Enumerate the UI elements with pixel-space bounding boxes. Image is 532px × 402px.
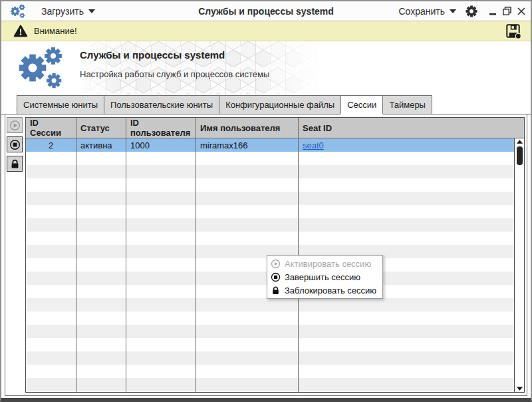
seat-id-link[interactable]: seat0 bbox=[303, 140, 324, 150]
scroll-up-arrow[interactable] bbox=[515, 138, 525, 145]
empty-cell bbox=[26, 152, 76, 165]
empty-cell bbox=[26, 165, 76, 178]
empty-cell bbox=[126, 245, 196, 258]
settings-gear-icon[interactable] bbox=[466, 5, 477, 17]
empty-cell bbox=[76, 311, 126, 325]
empty-cell bbox=[76, 272, 126, 285]
stop-circle-icon bbox=[9, 139, 21, 150]
empty-cell bbox=[76, 325, 126, 338]
empty-cell bbox=[126, 391, 196, 392]
column-header-user-name[interactable]: Имя пользователя bbox=[196, 118, 299, 138]
page-title: Службы и процессы systemd bbox=[80, 49, 269, 61]
empty-table-row bbox=[26, 232, 514, 245]
empty-cell bbox=[76, 338, 126, 351]
warning-bar: Внимание! bbox=[1, 21, 531, 41]
minimize-button[interactable] bbox=[489, 7, 497, 15]
empty-cell bbox=[196, 378, 299, 391]
empty-cell bbox=[26, 205, 76, 218]
empty-table-row bbox=[26, 298, 514, 311]
warning-triangle-icon bbox=[13, 24, 28, 38]
empty-table-row bbox=[26, 205, 514, 218]
empty-cell bbox=[26, 311, 76, 325]
sessions-tab-panel: ID Сессии Статус ID пользователя Имя пол… bbox=[5, 114, 527, 396]
empty-cell bbox=[196, 351, 299, 365]
empty-cell bbox=[299, 152, 514, 165]
save-dropdown-button[interactable]: Сохранить bbox=[398, 6, 456, 17]
tab-user-units[interactable]: Пользовательские юниты bbox=[104, 95, 219, 114]
save-dropdown-label: Сохранить bbox=[398, 6, 445, 17]
lock-session-button[interactable] bbox=[7, 156, 23, 172]
menu-item-label: Завершить сессию bbox=[285, 272, 360, 282]
table-row-selected[interactable]: 2 активна 1000 miramax166 seat0 bbox=[26, 138, 514, 152]
empty-cell bbox=[126, 218, 196, 232]
load-dropdown-button[interactable]: Загрузить bbox=[41, 6, 95, 17]
empty-table-row bbox=[26, 338, 514, 351]
empty-cell bbox=[76, 232, 126, 245]
cell-user-name: miramax166 bbox=[196, 138, 299, 152]
empty-cell bbox=[299, 192, 514, 205]
empty-table-row bbox=[26, 152, 514, 165]
empty-cell bbox=[196, 165, 299, 178]
play-circle-icon bbox=[271, 259, 281, 269]
session-actions-toolbar bbox=[7, 117, 25, 172]
column-header-seat-id[interactable]: Seat ID bbox=[299, 118, 524, 138]
menu-item-label: Заблокировать сессию bbox=[285, 286, 376, 296]
vertical-scrollbar[interactable] bbox=[514, 138, 524, 392]
empty-cell bbox=[126, 205, 196, 218]
empty-cell bbox=[196, 325, 299, 338]
close-button[interactable] bbox=[517, 7, 525, 15]
column-header-session-id[interactable]: ID Сессии bbox=[26, 118, 76, 138]
empty-table-row bbox=[26, 325, 514, 338]
column-header-status[interactable]: Статус bbox=[76, 118, 126, 138]
scroll-down-arrow[interactable] bbox=[515, 385, 525, 392]
empty-cell bbox=[299, 325, 514, 338]
empty-cell bbox=[196, 311, 299, 325]
maximize-button[interactable] bbox=[503, 7, 511, 15]
empty-cell bbox=[126, 338, 196, 351]
tab-system-units[interactable]: Системные юниты bbox=[17, 95, 104, 114]
empty-cell bbox=[196, 218, 299, 232]
scrollbar-thumb[interactable] bbox=[517, 146, 523, 165]
menu-item-activate-session: Активировать сессию bbox=[267, 257, 382, 270]
empty-cell bbox=[126, 152, 196, 165]
empty-cell bbox=[126, 232, 196, 245]
empty-cell bbox=[196, 178, 299, 192]
menu-item-lock-session[interactable]: Заблокировать сессию bbox=[267, 284, 382, 297]
lock-icon bbox=[9, 158, 21, 170]
empty-cell bbox=[76, 298, 126, 311]
empty-cell bbox=[76, 152, 126, 165]
empty-table-row bbox=[26, 165, 514, 178]
tab-timers[interactable]: Таймеры bbox=[382, 95, 432, 114]
empty-cell bbox=[126, 178, 196, 192]
empty-cell bbox=[299, 351, 514, 365]
header-banner: Службы и процессы systemd Настройка рабо… bbox=[1, 41, 531, 95]
empty-table-row bbox=[26, 218, 514, 232]
terminate-session-button[interactable] bbox=[7, 136, 23, 152]
empty-cell bbox=[76, 192, 126, 205]
title-bar: Загрузить Службы и процессы systemd Сохр… bbox=[1, 1, 531, 21]
activate-session-button bbox=[7, 117, 23, 133]
empty-cell bbox=[299, 338, 514, 351]
tab-config-files[interactable]: Конфигурационные файлы bbox=[219, 95, 341, 114]
column-header-user-id[interactable]: ID пользователя bbox=[126, 118, 196, 138]
menu-item-terminate-session[interactable]: Завершить сессию bbox=[267, 270, 382, 284]
app-window: Загрузить Службы и процессы systemd Сохр… bbox=[0, 0, 532, 402]
empty-cell bbox=[76, 178, 126, 192]
empty-cell bbox=[76, 351, 126, 365]
empty-cell bbox=[299, 232, 514, 245]
empty-cell bbox=[76, 285, 126, 298]
save-changes-floppy-icon[interactable] bbox=[505, 23, 521, 39]
empty-cell bbox=[299, 298, 514, 311]
table-header-row: ID Сессии Статус ID пользователя Имя пол… bbox=[26, 118, 524, 138]
empty-cell bbox=[126, 272, 196, 285]
empty-cell bbox=[196, 152, 299, 165]
cell-user-id: 1000 bbox=[126, 138, 196, 152]
empty-cell bbox=[26, 245, 76, 258]
lock-icon bbox=[271, 286, 281, 296]
tab-bar: Системные юниты Пользовательские юниты К… bbox=[1, 95, 531, 114]
empty-cell bbox=[26, 365, 76, 378]
empty-cell bbox=[126, 325, 196, 338]
empty-cell bbox=[299, 311, 514, 325]
tab-sessions[interactable]: Сессии bbox=[340, 95, 383, 114]
empty-cell bbox=[299, 391, 514, 392]
